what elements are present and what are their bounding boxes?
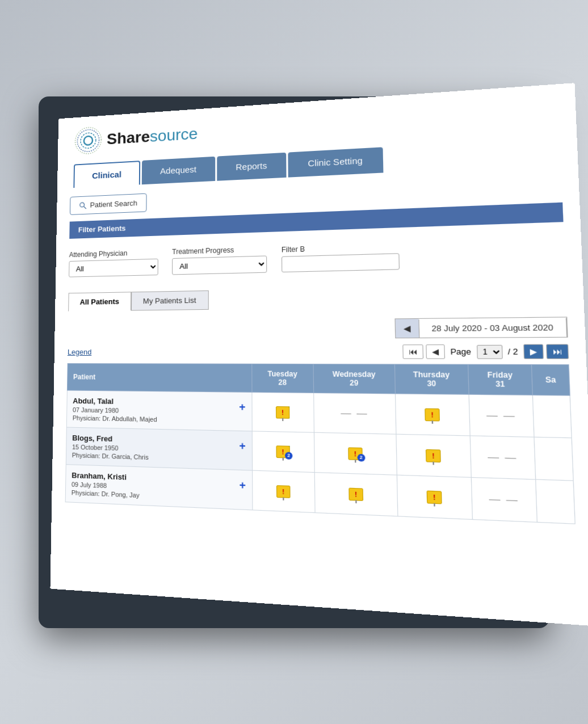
- cell-row3-thu30[interactable]: !: [397, 475, 472, 519]
- patient-dob-1: 07 January 1980: [73, 406, 157, 415]
- svg-point-1: [81, 132, 96, 149]
- patient-physician-1: Physician: Dr. Abdullah, Majed: [73, 414, 157, 423]
- th-thu30: Thursday30: [395, 364, 469, 394]
- cell-row2-sat: [535, 437, 574, 481]
- flag-icon: !: [276, 406, 289, 418]
- svg-point-0: [84, 136, 93, 145]
- legend-link[interactable]: Legend: [68, 347, 91, 356]
- cell-row2-thu30[interactable]: !: [396, 434, 471, 477]
- cell-row3-tue28[interactable]: !: [252, 470, 315, 513]
- add-patient-3-button[interactable]: +: [240, 479, 246, 492]
- cell-row3-sat: [536, 479, 575, 523]
- pagination-controls: ⏮ ◀ Page 1 2 / 2 ▶ ⏭: [402, 344, 569, 359]
- cell-row1-wed29: — —: [314, 393, 397, 434]
- tab-reports[interactable]: Reports: [217, 152, 287, 180]
- dash-indicator: — —: [341, 407, 368, 418]
- flag-shape: !: [427, 490, 442, 503]
- flag-icon: !: [276, 485, 291, 498]
- page-select[interactable]: 1 2: [476, 344, 502, 359]
- patient-dob-3: 09 July 1988: [72, 481, 140, 490]
- tab-clinical[interactable]: Clinical: [73, 161, 140, 188]
- search-icon: [79, 201, 87, 209]
- th-patient: Patient: [67, 363, 251, 392]
- filter-b-group: Filter B: [282, 242, 400, 272]
- cell-row1-thu30[interactable]: !: [396, 393, 470, 435]
- flag-icon: !: [348, 487, 363, 500]
- add-patient-2-button[interactable]: +: [239, 439, 245, 452]
- filter-b-label: Filter B: [282, 242, 400, 254]
- monitor-screen: Sharesource Clinical Adequest Reports Cl…: [50, 83, 588, 626]
- last-page-button[interactable]: ⏭: [546, 344, 569, 359]
- date-nav-box: ◀ 28 July 2020 - 03 August 2020: [395, 317, 568, 338]
- attending-physician-select[interactable]: All: [69, 258, 158, 277]
- flag-badge: 2: [285, 451, 292, 458]
- svg-point-4: [80, 202, 85, 207]
- attending-physician-label: Attending Physician: [69, 248, 158, 259]
- prev-page-button[interactable]: ◀: [426, 344, 445, 359]
- treatment-progress-select[interactable]: All: [172, 255, 267, 275]
- date-nav-row: ◀ 28 July 2020 - 03 August 2020: [68, 317, 568, 340]
- patient-physician-2: Physician: Dr. Garcia, Chris: [72, 451, 149, 460]
- monitor-frame: Sharesource Clinical Adequest Reports Cl…: [39, 96, 549, 628]
- patient-tabs: All Patients My Patients List: [68, 290, 208, 311]
- cell-row2-fri31: — —: [470, 435, 536, 479]
- date-prev-button[interactable]: ◀: [396, 318, 419, 337]
- flag-icon: ! 2: [348, 447, 363, 460]
- cell-row2-wed29[interactable]: ! 2: [314, 432, 397, 475]
- cell-row2-tue28[interactable]: ✓ ! 2: [252, 431, 314, 472]
- flag-icon: !: [426, 449, 441, 462]
- dash-indicator: — —: [486, 409, 516, 420]
- patient-search-label: Patient Search: [90, 199, 137, 209]
- filter-title: Filter Patients: [78, 224, 126, 234]
- total-pages-label: / 2: [507, 347, 518, 356]
- cell-row1-tue28[interactable]: ✓ !: [252, 392, 314, 432]
- patient-search-button[interactable]: Patient Search: [70, 193, 147, 214]
- patient-info-1: Abdul, Talal 07 January 1980 Physician: …: [66, 390, 252, 431]
- th-fri31: Friday31: [468, 364, 533, 395]
- th-sat: Sa: [532, 364, 570, 395]
- flag-shape: !: [276, 485, 291, 498]
- patient-physician-3: Physician: Dr. Pong, Jay: [72, 489, 140, 498]
- cell-row3-wed29[interactable]: !: [314, 472, 398, 516]
- page-label: Page: [450, 347, 471, 356]
- patient-info-2: Blogs, Fred 15 October 1950 Physician: D…: [66, 427, 252, 470]
- date-range-label: 28 July 2020 - 03 August 2020: [419, 317, 568, 336]
- treatment-progress-label: Treatment Progress: [172, 245, 267, 255]
- flag-badge: 2: [357, 453, 365, 461]
- dash-indicator: — —: [488, 451, 518, 462]
- tab-all-patients[interactable]: All Patients: [68, 292, 131, 312]
- flag-shape: !: [425, 408, 440, 421]
- add-patient-1-button[interactable]: +: [239, 401, 245, 414]
- logo-text: Sharesource: [107, 124, 198, 148]
- svg-point-3: [75, 127, 101, 154]
- tab-adequest[interactable]: Adequest: [142, 156, 215, 184]
- logo-bold: Share: [107, 128, 150, 148]
- flag-shape: !: [426, 449, 441, 462]
- filter-b-input[interactable]: [282, 253, 400, 272]
- cell-row3-fri31: — —: [471, 477, 537, 522]
- next-page-button[interactable]: ▶: [523, 344, 544, 359]
- attending-physician-group: Attending Physician All: [69, 248, 158, 277]
- tab-clinic-setting[interactable]: Clinic Setting: [288, 147, 384, 177]
- patient-info-3: Branham, Kristi 09 July 1988 Physician: …: [65, 464, 252, 510]
- logo-icon: [74, 125, 102, 155]
- flag-icon: !: [427, 490, 442, 503]
- cell-row1-sat: [533, 395, 572, 437]
- tab-my-patients[interactable]: My Patients List: [131, 290, 209, 310]
- flag-shape: !: [276, 406, 289, 418]
- cell-row1-fri31: — —: [469, 394, 535, 437]
- patient-name-2: Blogs, Fred: [72, 433, 149, 444]
- main-content: Patient Search Filter Patients Attending…: [50, 163, 588, 626]
- first-page-button[interactable]: ⏮: [402, 344, 423, 359]
- pagination-row: Legend ⏮ ◀ Page 1 2 / 2 ▶ ⏭: [68, 344, 569, 359]
- svg-line-5: [83, 206, 86, 209]
- treatment-progress-group: Treatment Progress All: [172, 245, 267, 275]
- dash-indicator: — —: [489, 493, 519, 505]
- app-wrapper: Sharesource Clinical Adequest Reports Cl…: [50, 83, 588, 626]
- patient-dob-2: 15 October 1950: [72, 443, 149, 452]
- patient-name-3: Branham, Kristi: [72, 470, 140, 482]
- th-tue28: Tuesday28: [251, 364, 313, 393]
- th-wed29: Wednesday29: [313, 364, 396, 393]
- patient-table: Patient Tuesday28 Wednesday29 Thursday30…: [65, 363, 576, 524]
- flag-shape: !: [348, 487, 363, 500]
